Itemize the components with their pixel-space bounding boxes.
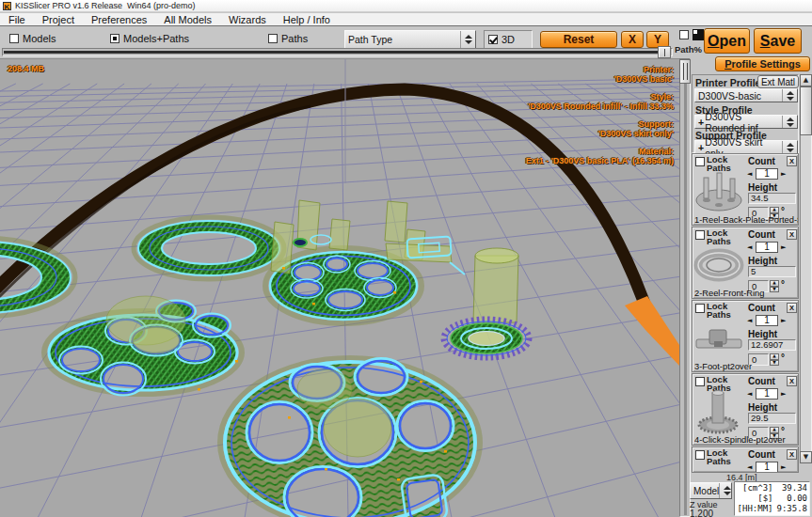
models-paths-checkbox[interactable]	[110, 34, 119, 43]
models-checkbox[interactable]	[9, 34, 19, 43]
menu-project[interactable]: Project	[34, 13, 83, 26]
stats-mode-dropdown[interactable]: Model	[690, 482, 732, 499]
view-x-button[interactable]: X	[621, 31, 644, 48]
count-decrement-icon[interactable]: ◄	[747, 242, 752, 253]
updown-arrows-icon	[782, 141, 794, 153]
count-increment-icon[interactable]: ►	[781, 168, 786, 180]
save-button[interactable]: Save	[754, 28, 802, 54]
viewport-3d[interactable]: 208.4 MB Printer:'D300VS basic' Style:'D…	[0, 58, 679, 517]
menu-bar: File Project Preferences All Models Wiza…	[0, 13, 812, 26]
printer-profile-label: Printer Profile	[695, 77, 760, 88]
model-thumbnail[interactable]	[693, 166, 744, 215]
menu-help-info[interactable]: Help / Info	[275, 13, 339, 26]
threed-checkbox[interactable]	[488, 35, 498, 44]
count-increment-icon[interactable]: ►	[781, 462, 786, 473]
modified-plus-icon: +	[698, 142, 704, 153]
profile-settings-button[interactable]: Profile Settings	[715, 56, 810, 71]
updown-arrows-icon	[782, 116, 794, 128]
lock-paths-checkbox[interactable]	[695, 377, 705, 386]
lock-paths-checkbox[interactable]	[695, 157, 705, 166]
path-type-value: Path Type	[348, 34, 392, 45]
profile-panel: Printer Profile Ext Matl D300VS-basic St…	[692, 74, 799, 153]
count-value[interactable]: 1	[756, 242, 778, 253]
path-percent-slider[interactable]	[2, 48, 673, 56]
scrollbar-thumb[interactable]	[800, 86, 812, 135]
menu-all-models[interactable]: All Models	[155, 13, 220, 26]
hud-printer-value: 'D300VS basic'	[526, 74, 674, 84]
swatch-icon	[693, 29, 704, 40]
stat-volume-label: [cm^3]	[737, 483, 772, 494]
remove-model-button[interactable]: X	[787, 449, 797, 460]
model-name: 2-Reel-Front-Ring	[694, 289, 799, 298]
open-button[interactable]: Open	[704, 28, 750, 54]
lock-paths-checkbox[interactable]	[695, 304, 705, 313]
remove-model-button[interactable]: X	[787, 229, 797, 240]
lock-paths-checkbox[interactable]	[695, 230, 705, 240]
path-percent-slider-thumb[interactable]	[658, 46, 671, 58]
stat-time-label: [HH:MM]	[737, 504, 772, 514]
z-value-text: 1.200	[690, 509, 713, 517]
printer-profile-dropdown[interactable]: D300VS-basic	[694, 88, 798, 102]
model-thumbnail[interactable]	[693, 313, 744, 362]
model-name: 4-Click-Spindle-pt2over	[694, 435, 799, 445]
height-field[interactable]: 29.5	[748, 413, 796, 424]
updown-arrows-icon	[719, 483, 731, 498]
scroll-up-button[interactable]: ▲	[800, 74, 812, 86]
hud-printer-label: Printer:	[526, 65, 674, 74]
count-decrement-icon[interactable]: ◄	[747, 462, 752, 473]
style-profile-dropdown[interactable]: + D300VS Rounded inf	[694, 115, 798, 129]
stats-mode-value: Model	[693, 486, 719, 496]
model-thumbnail[interactable]	[693, 240, 744, 289]
printer-profile-value: D300VS-basic	[698, 90, 761, 102]
hud-style-label: Style:	[526, 92, 674, 102]
path-type-dropdown[interactable]: Path Type	[344, 30, 476, 49]
count-increment-icon[interactable]: ►	[781, 242, 786, 253]
count-label: Count	[748, 303, 775, 313]
height-field[interactable]: 5	[748, 266, 796, 277]
model-thumbnail[interactable]	[693, 386, 744, 435]
ext-matl-button[interactable]: Ext Matl	[757, 75, 799, 88]
menu-file[interactable]: File	[0, 13, 34, 26]
hud-material-value: Ext1 - 'D300VS basic PLA' (16.354 m)	[526, 156, 674, 165]
mini-checkbox[interactable]	[679, 30, 689, 39]
z-value-slider-thumb[interactable]	[679, 59, 691, 84]
menu-preferences[interactable]: Preferences	[83, 13, 155, 26]
reset-view-button[interactable]: Reset	[540, 31, 617, 48]
hud-material-label: Material:	[526, 147, 674, 156]
menu-wizards[interactable]: Wizards	[220, 13, 275, 26]
height-label: Height	[748, 329, 777, 339]
models-label: Models	[23, 33, 56, 44]
model-name: 1-Reel-Back-Plate-Ported-S	[694, 215, 799, 225]
remove-model-button[interactable]: X	[787, 303, 797, 313]
support-profile-dropdown[interactable]: + D300VS skirt only	[694, 140, 798, 154]
hud-style-value: 'D300VS Rounded infill' - Infill 33.3%	[526, 102, 674, 111]
remove-model-button[interactable]: X	[787, 156, 797, 166]
z-value-slider[interactable]	[679, 58, 691, 517]
threed-label: 3D	[502, 34, 515, 45]
lock-paths-checkbox[interactable]	[695, 450, 705, 460]
count-increment-icon[interactable]: ►	[781, 315, 786, 326]
slicing-summary-hud: Printer:'D300VS basic' Style:'D300VS Rou…	[526, 65, 674, 174]
count-value[interactable]: 1	[756, 168, 778, 180]
count-value[interactable]: 1	[756, 388, 778, 400]
stat-cost-label: [$]	[737, 494, 772, 504]
remove-model-button[interactable]: X	[787, 376, 797, 386]
height-field[interactable]: 34.5	[748, 193, 796, 204]
model-card: LockPathsCountX◄1►Height12.69070▲▼°3-Foo…	[692, 300, 799, 372]
threed-toggle-panel: 3D	[484, 30, 533, 49]
app-icon: K	[3, 2, 11, 10]
count-value[interactable]: 1	[756, 462, 778, 473]
model-card: LockPathsCountX◄1►Height34.50▲▼°1-Reel-B…	[692, 153, 799, 226]
count-decrement-icon[interactable]: ◄	[747, 388, 752, 400]
count-label: Count	[748, 229, 775, 240]
count-decrement-icon[interactable]: ◄	[747, 168, 752, 180]
scroll-down-button[interactable]: ▼	[800, 451, 812, 463]
count-increment-icon[interactable]: ►	[781, 388, 786, 400]
print-stats-box: [cm^3]39.34 [$]0.00 [HH:MM]9:35.8	[734, 481, 810, 516]
count-value[interactable]: 1	[756, 315, 778, 326]
window-title: KISSlicer PRO v1.6 Release Win64 (pro-de…	[15, 1, 196, 10]
height-label: Height	[748, 256, 777, 266]
paths-checkbox[interactable]	[268, 34, 278, 43]
height-field[interactable]: 12.6907	[748, 339, 796, 351]
count-decrement-icon[interactable]: ◄	[747, 315, 752, 326]
